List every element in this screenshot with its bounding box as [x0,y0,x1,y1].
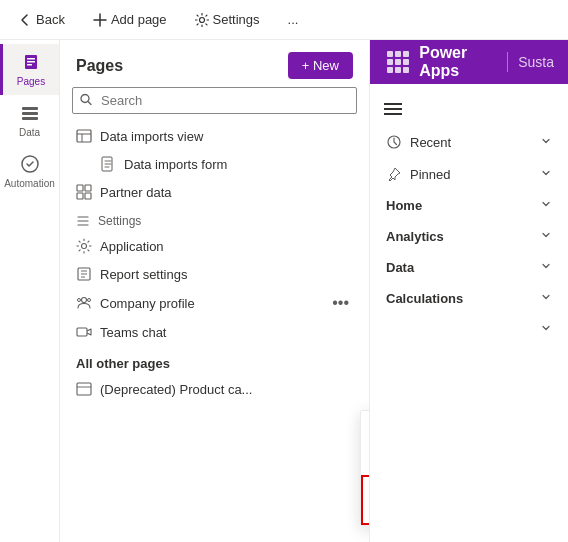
sidebar-item-pages-label: Pages [17,76,45,87]
sidebar-item-automation[interactable]: Automation [0,146,59,197]
back-icon [18,13,32,27]
svg-rect-10 [77,130,91,142]
svg-rect-14 [77,185,83,191]
move-up-menu-item[interactable]: Move up [361,411,370,443]
sidebar-item-pages[interactable]: Pages [0,44,59,95]
back-button[interactable]: Back [12,8,71,31]
page-item-label: Report settings [100,267,353,282]
add-page-label: Add page [111,12,167,27]
list-item[interactable]: Teams chat [60,318,369,346]
settings-icon [195,13,209,27]
search-box [72,87,357,114]
pin-icon [386,166,402,182]
nav-item-recent[interactable]: Recent [370,126,568,158]
list-item[interactable]: Partner data [60,178,369,206]
icon-sidebar: Pages Data Automation [0,40,60,542]
nav-item-calculations[interactable]: Calculations [370,283,568,314]
deprecated-icon [76,381,92,397]
list-item[interactable]: Report settings [60,260,369,288]
move-down-menu-item[interactable]: Move down [361,443,370,475]
more-label: ... [288,12,299,27]
nav-item-calculations-label: Calculations [386,291,463,306]
back-label: Back [36,12,65,27]
page-item-label: Company profile [100,296,320,311]
apps-grid-button[interactable] [384,46,411,78]
plus-icon [93,13,107,27]
nav-item-data[interactable]: Data [370,252,568,283]
nav-item-pinned-label: Pinned [410,167,450,182]
nav-item-home[interactable]: Home [370,190,568,221]
svg-rect-5 [22,107,38,110]
list-item[interactable]: (Deprecated) Product ca... [60,375,369,403]
svg-point-21 [82,244,87,249]
table-icon [76,128,92,144]
sidebar-item-data[interactable]: Data [0,95,59,146]
chevron-down-icon [540,167,552,179]
chevron-down-icon [540,291,552,303]
more-options-button[interactable]: ••• [328,294,353,312]
remove-from-nav-menu-item[interactable]: Remove from navigation [361,475,370,525]
page-item-label: Partner data [100,185,353,200]
pages-title: Pages [76,57,123,75]
right-nav: Recent Pinned [370,84,568,542]
svg-point-9 [81,94,89,102]
settings-button[interactable]: Settings [189,8,266,31]
pages-header: Pages + New [60,40,369,87]
list-item[interactable]: Application [60,232,369,260]
svg-rect-17 [85,193,91,199]
data-icon [20,103,40,123]
nav-item-home-label: Home [386,198,422,213]
new-button-label: + New [302,58,339,73]
hamburger-button[interactable] [370,92,568,126]
settings-section-header: Settings [60,206,369,232]
nav-item-more[interactable] [370,314,568,345]
svg-rect-15 [85,185,91,191]
svg-rect-30 [77,383,91,395]
right-header: Power Apps Susta [370,40,568,84]
search-input[interactable] [72,87,357,114]
new-button[interactable]: + New [288,52,353,79]
gear-icon [76,238,92,254]
svg-rect-29 [77,328,87,336]
page-item-label: Data imports form [124,157,353,172]
chevron-down-icon [540,229,552,241]
pages-icon [21,52,41,72]
chevron-down-icon [540,198,552,210]
clock-icon [386,134,402,150]
top-bar: Back Add page Settings ... [0,0,568,40]
more-button[interactable]: ... [282,8,305,31]
svg-point-26 [82,298,87,303]
list-item[interactable]: Data imports view [60,122,369,150]
nav-item-recent-label: Recent [410,135,451,150]
svg-rect-6 [22,112,38,115]
page-item-label: Teams chat [100,325,353,340]
right-panel: Power Apps Susta Recent [370,40,568,542]
company-icon [76,295,92,311]
page-item-label: (Deprecated) Product ca... [100,382,353,397]
header-divider [507,52,508,72]
report-icon [76,266,92,282]
all-other-pages-header: All other pages [60,346,369,375]
chevron-down-icon [540,135,552,147]
nav-item-analytics[interactable]: Analytics [370,221,568,252]
chevron-down-icon [540,322,552,334]
sidebar-item-data-label: Data [19,127,40,138]
chevron-down-icon [540,260,552,272]
add-page-button[interactable]: Add page [87,8,173,31]
pages-panel: Pages + New Data impor [60,40,370,542]
teams-icon [76,324,92,340]
sidebar-item-automation-label: Automation [4,178,55,189]
svg-rect-16 [77,193,83,199]
svg-rect-3 [27,61,35,63]
power-apps-title: Power Apps [419,44,497,80]
list-item[interactable]: Company profile ••• [60,288,369,318]
page-item-label: Application [100,239,353,254]
list-item[interactable]: Data imports form [60,150,369,178]
nav-item-pinned[interactable]: Pinned [370,158,568,190]
settings-section-label: Settings [98,214,141,228]
context-menu: Move up Move down Remove from navigation [360,410,370,526]
settings-label: Settings [213,12,260,27]
svg-point-27 [78,299,81,302]
pages-list: Data imports view Data imports form Part… [60,122,369,542]
page-item-label: Data imports view [100,129,353,144]
